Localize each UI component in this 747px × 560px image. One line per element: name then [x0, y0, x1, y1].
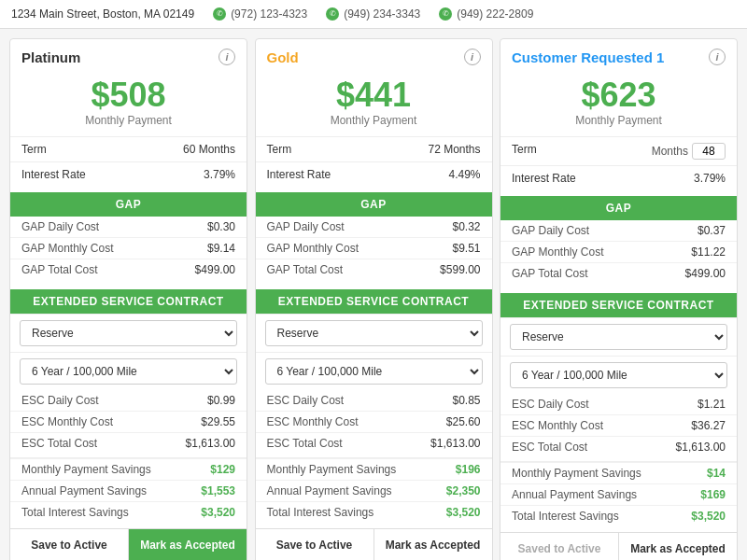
esc-dropdown2-row-customer-requested-1[interactable]: 6 Year / 100,000 Mile	[500, 356, 737, 394]
esc-total-value-platinum: $1,613.00	[186, 437, 235, 450]
savings-interest-label-gold: Total Interest Savings	[267, 506, 374, 519]
card-title-gold: Gold	[267, 49, 299, 65]
savings-monthly-label-gold: Monthly Payment Savings	[267, 463, 397, 476]
gap-monthly-value-gold: $9.51	[452, 242, 480, 255]
savings-interest-value-platinum: $3,520	[201, 506, 235, 519]
esc-dropdown2-row-platinum[interactable]: 6 Year / 100,000 Mile	[10, 352, 247, 390]
accept-button-customer-requested-1[interactable]: Mark as Accepted	[619, 533, 737, 560]
rate-value-customer-requested-1: 3.79%	[694, 172, 726, 185]
esc-dropdown1-platinum[interactable]: Reserve	[20, 320, 237, 346]
card-footer-platinum: Save to Active Mark as Accepted	[10, 528, 247, 560]
esc-header-gold: EXTENDED SERVICE CONTRACT	[256, 289, 492, 314]
savings-interest-label-customer-requested-1: Total Interest Savings	[512, 510, 619, 523]
esc-header-customer-requested-1: EXTENDED SERVICE CONTRACT	[500, 293, 737, 317]
savings-annual-row-gold: Annual Payment Savings $2,350	[256, 480, 492, 501]
savings-annual-row-customer-requested-1: Annual Payment Savings $169	[500, 483, 737, 505]
monthly-label-platinum: Monthly Payment	[10, 114, 247, 127]
rate-row-customer-requested-1: Interest Rate 3.79%	[500, 165, 737, 190]
gap-total-row-gold: GAP Total Cost $599.00	[256, 259, 492, 280]
esc-dropdown2-customer-requested-1[interactable]: 6 Year / 100,000 Mile	[510, 362, 727, 388]
term-value-1: 72 Months	[428, 143, 480, 156]
save-button-gold[interactable]: Save to Active	[256, 529, 374, 560]
esc-dropdown2-row-gold[interactable]: 6 Year / 100,000 Mile	[256, 352, 492, 390]
address: 1234 Main Street, Boston, MA 02149	[11, 7, 194, 21]
savings-annual-label-gold: Annual Payment Savings	[267, 484, 392, 497]
savings-monthly-row-gold: Monthly Payment Savings $196	[256, 458, 492, 480]
savings-monthly-row-platinum: Monthly Payment Savings $129	[10, 458, 247, 480]
monthly-label-gold: Monthly Payment	[256, 114, 492, 127]
esc-costs-customer-requested-1: ESC Daily Cost $1.21 ESC Monthly Cost $3…	[500, 394, 737, 457]
accept-button-gold[interactable]: Mark as Accepted	[374, 529, 492, 560]
savings-monthly-label-platinum: Monthly Payment Savings	[21, 463, 151, 476]
term-row-customer-requested-1: Term Months	[500, 136, 737, 165]
savings-monthly-value-platinum: $129	[210, 463, 235, 476]
monthly-payment-platinum: $508 Monthly Payment	[10, 71, 247, 136]
card-header-platinum: Platinum i	[10, 39, 247, 71]
term-value-0: 60 Months	[183, 143, 235, 156]
esc-total-row-gold: ESC Total Cost $1,613.00	[256, 432, 492, 454]
gap-total-label-platinum: GAP Total Cost	[21, 263, 98, 276]
top-bar: 1234 Main Street, Boston, MA 02149 ✆ (97…	[0, 0, 747, 29]
esc-costs-gold: ESC Daily Cost $0.85 ESC Monthly Cost $2…	[256, 390, 492, 454]
esc-daily-value-gold: $0.85	[452, 394, 480, 407]
esc-dropdown1-row-gold[interactable]: Reserve	[256, 314, 492, 352]
save-button-customer-requested-1[interactable]: Saved to Active	[500, 533, 619, 560]
monthly-label-customer-requested-1: Monthly Payment	[500, 114, 737, 127]
esc-daily-value-customer-requested-1: $1.21	[698, 398, 726, 411]
savings-monthly-value-customer-requested-1: $14	[707, 467, 726, 480]
info-icon-gold[interactable]: i	[464, 49, 481, 65]
monthly-payment-gold: $441 Monthly Payment	[256, 71, 492, 136]
esc-monthly-value-platinum: $29.55	[201, 415, 235, 428]
term-label-platinum: Term	[21, 143, 47, 156]
savings-section-gold: Monthly Payment Savings $196 Annual Paym…	[256, 457, 492, 523]
esc-dropdown1-customer-requested-1[interactable]: Reserve	[510, 324, 727, 350]
esc-header-platinum: EXTENDED SERVICE CONTRACT	[10, 289, 247, 314]
accept-button-platinum[interactable]: Mark as Accepted	[129, 529, 247, 560]
monthly-amount-gold: $441	[256, 77, 492, 114]
gap-total-value-platinum: $499.00	[195, 263, 235, 276]
info-icon-customer-requested-1[interactable]: i	[709, 49, 726, 65]
phone-icon-1: ✆	[213, 7, 226, 21]
term-label-gold: Term	[267, 143, 292, 156]
info-icon-platinum[interactable]: i	[218, 49, 235, 65]
esc-daily-label-customer-requested-1: ESC Daily Cost	[512, 398, 589, 411]
cards-container: Platinum i $508 Monthly Payment Term 60 …	[0, 29, 747, 560]
esc-dropdown1-row-platinum[interactable]: Reserve	[10, 314, 247, 352]
esc-monthly-value-gold: $25.60	[446, 415, 481, 428]
savings-monthly-label-customer-requested-1: Monthly Payment Savings	[512, 467, 641, 480]
esc-daily-row-customer-requested-1: ESC Daily Cost $1.21	[500, 394, 737, 414]
esc-costs-platinum: ESC Daily Cost $0.99 ESC Monthly Cost $2…	[10, 390, 247, 454]
gap-daily-label-gold: GAP Daily Cost	[267, 220, 345, 233]
esc-monthly-row-customer-requested-1: ESC Monthly Cost $36.27	[500, 414, 737, 436]
gap-monthly-row-gold: GAP Monthly Cost $9.51	[256, 237, 492, 259]
esc-dropdown1-row-customer-requested-1[interactable]: Reserve	[500, 317, 737, 356]
gap-total-label-customer-requested-1: GAP Total Cost	[512, 267, 588, 280]
gap-daily-row-customer-requested-1: GAP Daily Cost $0.37	[500, 220, 737, 241]
rate-value-platinum: 3.79%	[204, 168, 235, 181]
savings-interest-label-platinum: Total Interest Savings	[21, 506, 129, 519]
savings-interest-row-customer-requested-1: Total Interest Savings $3,520	[500, 505, 737, 526]
rate-label-gold: Interest Rate	[267, 168, 331, 181]
esc-dropdown2-platinum[interactable]: 6 Year / 100,000 Mile	[20, 358, 237, 385]
card-title-platinum: Platinum	[21, 49, 80, 65]
esc-dropdown1-gold[interactable]: Reserve	[265, 320, 483, 346]
savings-annual-label-platinum: Annual Payment Savings	[21, 484, 147, 497]
savings-annual-label-customer-requested-1: Annual Payment Savings	[512, 488, 637, 501]
esc-dropdown2-gold[interactable]: 6 Year / 100,000 Mile	[265, 358, 483, 385]
card-footer-customer-requested-1: Saved to Active Mark as Accepted	[500, 532, 737, 560]
esc-monthly-value-customer-requested-1: $36.27	[691, 419, 726, 432]
gap-daily-value-gold: $0.32	[452, 220, 480, 233]
gap-header-platinum: GAP	[10, 192, 247, 217]
gap-total-row-customer-requested-1: GAP Total Cost $499.00	[500, 262, 737, 284]
gap-monthly-label-platinum: GAP Monthly Cost	[21, 242, 113, 255]
gap-header-gold: GAP	[256, 192, 492, 217]
rate-label-platinum: Interest Rate	[21, 168, 86, 181]
esc-monthly-label-customer-requested-1: ESC Monthly Cost	[512, 419, 603, 432]
card-header-gold: Gold i	[256, 39, 492, 71]
savings-monthly-row-customer-requested-1: Monthly Payment Savings $14	[500, 462, 737, 483]
gap-monthly-label-customer-requested-1: GAP Monthly Cost	[512, 245, 603, 259]
term-label-customer-requested-1: Term	[512, 143, 537, 160]
term-input-2[interactable]	[692, 143, 726, 160]
save-button-platinum[interactable]: Save to Active	[10, 529, 129, 560]
card-customer-requested-1: Customer Requested 1 i $623 Monthly Paym…	[500, 38, 738, 560]
